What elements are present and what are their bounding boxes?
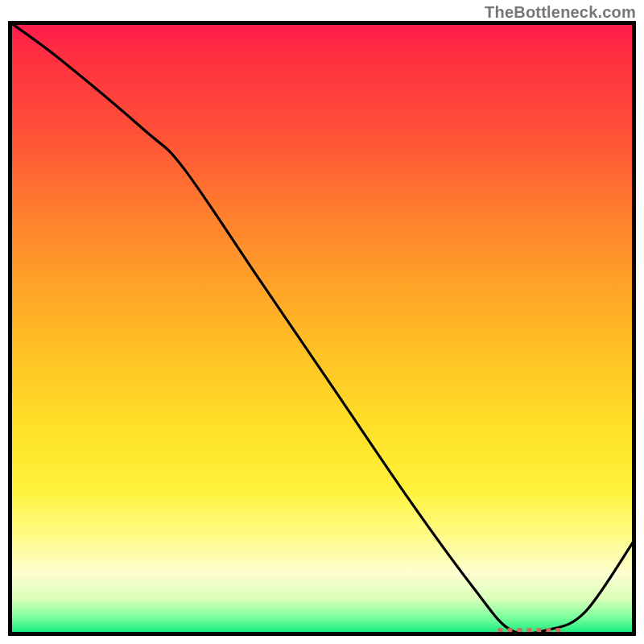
chart-svg-layer xyxy=(8,21,636,636)
curve-line xyxy=(8,21,636,634)
chart-frame xyxy=(8,21,636,636)
watermark-text: TheBottleneck.com xyxy=(485,3,636,22)
